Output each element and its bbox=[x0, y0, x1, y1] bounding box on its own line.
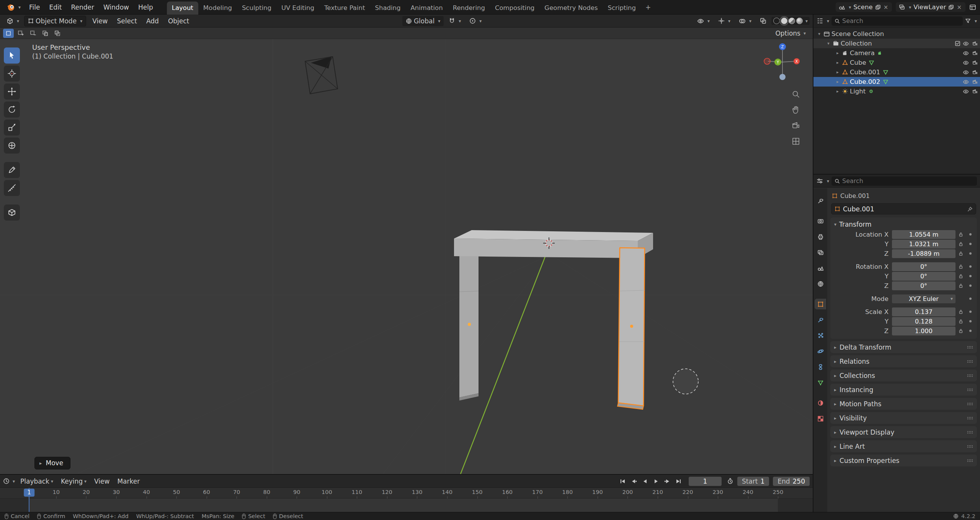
next-keyframe-button[interactable] bbox=[662, 477, 672, 486]
expander-icon[interactable]: ▾ bbox=[825, 41, 832, 46]
lock-icon[interactable] bbox=[956, 241, 966, 247]
expander-icon[interactable]: ▸ bbox=[834, 60, 841, 65]
lock-icon[interactable] bbox=[956, 232, 966, 237]
scene-selector[interactable]: ▾ Scene × bbox=[836, 2, 892, 12]
value-field[interactable]: 1.0554 m ▾ bbox=[892, 230, 956, 239]
tab-particles[interactable] bbox=[815, 330, 826, 341]
topbar-menu-item[interactable]: Window bbox=[99, 2, 134, 13]
select-box-tool-button[interactable] bbox=[4, 47, 20, 64]
pan-hand-icon[interactable] bbox=[791, 105, 800, 114]
rendered-shading-icon[interactable] bbox=[796, 18, 803, 24]
viewlayer-selector[interactable]: ▾ ViewLayer × bbox=[896, 2, 965, 12]
animate-property-dot[interactable] bbox=[966, 311, 975, 313]
blender-logo-button[interactable]: ▾ bbox=[4, 2, 24, 12]
workspace-tab[interactable]: Animation bbox=[406, 2, 448, 15]
zoom-icon[interactable] bbox=[791, 90, 800, 99]
transform-panel-header[interactable]: ▾ Transform bbox=[833, 219, 975, 229]
animate-property-dot[interactable] bbox=[966, 265, 975, 268]
pin-icon[interactable] bbox=[967, 206, 973, 212]
hide-eye-icon[interactable] bbox=[963, 50, 969, 56]
move-tool-button[interactable] bbox=[4, 83, 20, 100]
lock-icon[interactable] bbox=[956, 251, 966, 256]
hide-eye-icon[interactable] bbox=[963, 79, 969, 85]
expander-icon[interactable]: ▾ bbox=[816, 31, 823, 36]
properties-section-header[interactable]: ▸ Collections bbox=[830, 370, 977, 381]
viewport-menu-item[interactable]: Object bbox=[163, 16, 194, 26]
workspace-tab[interactable]: Sculpting bbox=[237, 2, 276, 15]
timeline-menu-item[interactable]: Keying ▾ bbox=[57, 476, 90, 487]
properties-section-header[interactable]: ▸ Custom Properties bbox=[830, 455, 977, 466]
lock-icon[interactable] bbox=[956, 283, 966, 288]
render-visibility-icon[interactable] bbox=[972, 41, 978, 46]
outliner-row[interactable]: ▸ Cube.002 bbox=[813, 77, 980, 87]
animate-property-dot[interactable] bbox=[966, 233, 975, 235]
tab-texture[interactable] bbox=[815, 413, 826, 424]
tab-material[interactable] bbox=[815, 397, 826, 408]
tab-constraints[interactable] bbox=[815, 361, 826, 372]
outliner-row[interactable]: ▾ Scene Collection bbox=[813, 29, 980, 39]
value-field[interactable]: 1.0321 m ▾ bbox=[892, 240, 956, 249]
topbar-menu-item[interactable]: File bbox=[24, 2, 44, 13]
collection-checkbox[interactable] bbox=[955, 41, 960, 46]
animate-property-dot[interactable] bbox=[966, 320, 975, 322]
playhead-frame-label[interactable]: 1 bbox=[24, 489, 34, 497]
hide-eye-icon[interactable] bbox=[963, 60, 969, 66]
animate-property-dot[interactable] bbox=[966, 252, 975, 255]
topbar-menu-item[interactable]: Help bbox=[134, 2, 158, 13]
material-preview-icon[interactable] bbox=[789, 18, 795, 24]
operator-panel[interactable]: ▸ Move bbox=[34, 457, 70, 469]
tab-world[interactable] bbox=[815, 278, 826, 289]
timeline-editor-icon[interactable] bbox=[3, 478, 10, 484]
options-dropdown[interactable]: Options ▾ bbox=[771, 29, 810, 38]
transform-orientation-dropdown[interactable]: Global ▾ bbox=[402, 16, 444, 26]
camera-view-icon[interactable] bbox=[791, 121, 800, 130]
tab-physics[interactable] bbox=[815, 346, 826, 356]
lock-icon[interactable] bbox=[956, 319, 966, 324]
properties-section-header[interactable]: ▸ Visibility bbox=[830, 412, 977, 424]
animate-property-dot[interactable] bbox=[966, 275, 975, 277]
frame-end-field[interactable]: End 250 bbox=[773, 477, 810, 486]
properties-section-header[interactable]: ▸ Viewport Display bbox=[830, 426, 977, 438]
properties-editor-icon[interactable] bbox=[817, 178, 823, 184]
value-field[interactable]: 0° ▾ bbox=[892, 272, 956, 281]
overlays-toggle[interactable]: ▾ bbox=[735, 16, 755, 26]
value-field[interactable]: 0° ▾ bbox=[892, 281, 956, 290]
hide-eye-icon[interactable] bbox=[963, 41, 969, 47]
xray-toggle[interactable] bbox=[756, 16, 770, 25]
animate-property-dot[interactable] bbox=[966, 298, 975, 300]
workspace-tab[interactable]: UV Editing bbox=[276, 2, 319, 15]
play-reverse-button[interactable] bbox=[640, 477, 650, 486]
timeline-ruler[interactable]: 1020304050607080901001101201301401501601… bbox=[0, 488, 813, 499]
workspace-tab[interactable]: Geometry Nodes bbox=[539, 2, 603, 15]
jump-to-end-button[interactable] bbox=[673, 477, 683, 486]
new-viewlayer-icon[interactable] bbox=[948, 5, 954, 10]
add-workspace-button[interactable]: + bbox=[642, 2, 655, 13]
gizmos-toggle[interactable]: ▾ bbox=[715, 16, 734, 25]
lock-icon[interactable] bbox=[956, 328, 966, 334]
value-field[interactable]: -1.0889 m ▾ bbox=[892, 249, 956, 258]
select-mode-invert-button[interactable] bbox=[40, 29, 51, 38]
properties-search-input[interactable]: Search bbox=[831, 177, 977, 186]
lock-icon[interactable] bbox=[956, 264, 966, 269]
expander-icon[interactable]: ▸ bbox=[834, 51, 841, 56]
value-field[interactable]: 0.128 ▾ bbox=[892, 317, 956, 326]
tab-object[interactable] bbox=[815, 299, 826, 309]
workspace-tab[interactable]: Layout bbox=[167, 2, 198, 15]
timeline-menu-item[interactable]: View ▾ bbox=[90, 476, 113, 487]
properties-section-header[interactable]: ▸ Delta Transform bbox=[830, 341, 977, 353]
measure-tool-button[interactable] bbox=[4, 180, 20, 196]
navigation-gizmo[interactable]: Z Y X bbox=[758, 42, 803, 87]
outliner-row[interactable]: ▸ Cube bbox=[813, 58, 980, 67]
properties-section-header[interactable]: ▸ Line Art bbox=[830, 440, 977, 452]
timeline-menu-item[interactable]: Playback ▾ bbox=[16, 476, 57, 487]
expander-icon[interactable]: ▸ bbox=[834, 89, 841, 94]
tab-object-data[interactable] bbox=[815, 377, 826, 388]
lock-icon[interactable] bbox=[956, 273, 966, 279]
workspace-tab[interactable]: Texture Paint bbox=[319, 2, 370, 15]
timeline-track[interactable] bbox=[0, 499, 813, 512]
filter-icon[interactable] bbox=[965, 18, 971, 24]
animate-property-dot[interactable] bbox=[966, 243, 975, 245]
outliner-search-input[interactable]: Search bbox=[831, 16, 963, 26]
render-visibility-icon[interactable] bbox=[972, 88, 978, 94]
mode-dropdown[interactable]: Object Mode ▾ bbox=[24, 16, 86, 26]
